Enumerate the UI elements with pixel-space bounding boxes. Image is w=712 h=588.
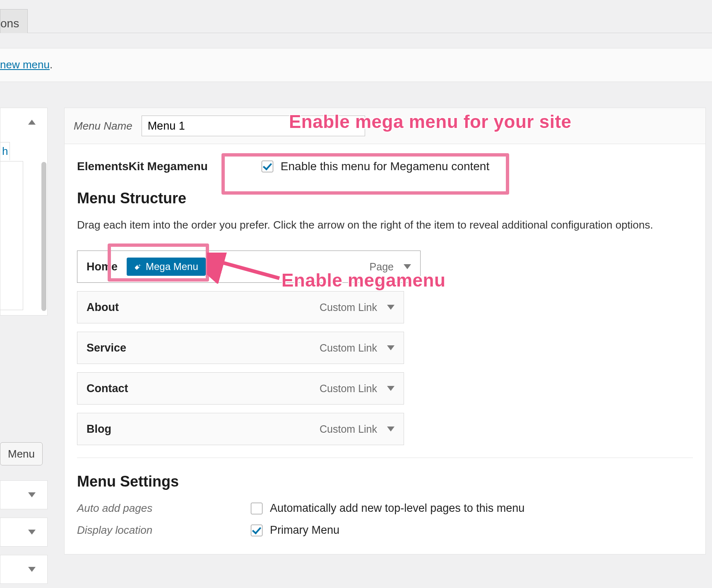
- menu-item-type: Custom Link: [320, 301, 377, 313]
- caret-down-icon: [28, 492, 36, 497]
- setting-display-location: Display location Primary Menu: [77, 524, 693, 537]
- mega-menu-button[interactable]: Mega Menu: [127, 258, 206, 276]
- divider: [77, 458, 693, 458]
- menu-item-type: Custom Link: [320, 342, 377, 354]
- menu-item-title: About: [87, 301, 119, 314]
- add-items-column: h Menu: [0, 108, 48, 316]
- menu-items-list: Home Mega Menu Page About Custom Li: [77, 251, 404, 445]
- setting-label: Auto add pages: [77, 502, 251, 515]
- accordion-item-3[interactable]: [0, 555, 48, 584]
- caret-down-icon: [28, 567, 36, 572]
- auto-add-checkbox[interactable]: [251, 503, 262, 514]
- menu-content-box: ElementsKit Megamenu Enable this menu fo…: [64, 144, 706, 554]
- caret-down-icon: [28, 530, 36, 535]
- notice-trailing: .: [50, 58, 53, 71]
- menu-item-contact[interactable]: Contact Custom Link: [77, 372, 404, 405]
- notice-text: new menu.: [0, 58, 53, 71]
- menu-item-service[interactable]: Service Custom Link: [77, 332, 404, 364]
- panel-head-expanded[interactable]: [0, 108, 47, 137]
- menu-item-home[interactable]: Home Mega Menu Page: [77, 251, 421, 283]
- expand-item-icon[interactable]: [387, 427, 394, 431]
- primary-menu-checkbox[interactable]: [251, 525, 262, 536]
- auto-add-text: Automatically add new top-level pages to…: [270, 502, 524, 515]
- menu-item-title: Blog: [87, 423, 111, 436]
- menu-name-bar: Menu Name: [64, 108, 706, 144]
- menu-item-type: Custom Link: [320, 423, 377, 435]
- auto-add-checkbox-wrap[interactable]: Automatically add new top-level pages to…: [251, 502, 524, 515]
- menu-settings-heading: Menu Settings: [77, 473, 693, 490]
- menu-structure-help: Drag each item into the order you prefer…: [77, 217, 693, 233]
- enable-megamenu-text: Enable this menu for Megamenu content: [281, 160, 489, 173]
- menu-name-input[interactable]: [142, 116, 365, 136]
- enable-megamenu-checkbox[interactable]: [262, 161, 273, 172]
- menu-item-blog[interactable]: Blog Custom Link: [77, 413, 404, 445]
- elementskit-row: ElementsKit Megamenu Enable this menu fo…: [77, 160, 693, 173]
- add-to-menu-label: Menu: [8, 448, 35, 460]
- tab-partial[interactable]: ons: [0, 9, 28, 33]
- menu-item-title: Home: [87, 260, 118, 273]
- accordion-item-1[interactable]: [0, 480, 48, 509]
- menu-name-label: Menu Name: [74, 120, 132, 133]
- items-listbox[interactable]: [0, 161, 23, 310]
- elementskit-label: ElementsKit Megamenu: [77, 160, 208, 173]
- caret-up-icon: [28, 120, 36, 125]
- primary-menu-text: Primary Menu: [270, 524, 339, 537]
- menu-item-title: Contact: [87, 382, 128, 395]
- add-to-menu-wrap: Menu: [0, 442, 48, 468]
- menu-item-type: Custom Link: [320, 383, 377, 395]
- expand-item-icon[interactable]: [404, 264, 411, 269]
- expand-item-icon[interactable]: [387, 345, 394, 350]
- scrollbar-thumb[interactable]: [41, 162, 46, 311]
- primary-menu-checkbox-wrap[interactable]: Primary Menu: [251, 524, 339, 537]
- panel-body: h: [0, 137, 47, 315]
- setting-label: Display location: [77, 524, 251, 537]
- add-to-menu-button[interactable]: Menu: [0, 442, 43, 465]
- menu-item-about[interactable]: About Custom Link: [77, 291, 404, 323]
- main-content: Menu Name ElementsKit Megamenu Enable th…: [64, 108, 706, 554]
- panel-subtab[interactable]: h: [0, 142, 10, 160]
- notice-bar: new menu.: [0, 48, 712, 82]
- menu-structure-heading: Menu Structure: [77, 190, 693, 207]
- expand-item-icon[interactable]: [387, 305, 394, 310]
- setting-auto-add: Auto add pages Automatically add new top…: [77, 502, 693, 515]
- accordion-item-2[interactable]: [0, 518, 48, 547]
- menu-item-type: Page: [370, 261, 394, 273]
- create-new-menu-link[interactable]: new menu: [0, 58, 50, 71]
- mega-menu-button-label: Mega Menu: [146, 261, 198, 272]
- wrench-icon: [134, 263, 142, 270]
- menu-item-title: Service: [87, 342, 126, 354]
- expand-item-icon[interactable]: [387, 386, 394, 391]
- tab-label: ons: [0, 17, 19, 30]
- add-items-panel: h: [0, 108, 48, 316]
- screen-tabs: ons: [0, 0, 712, 33]
- enable-megamenu-wrap[interactable]: Enable this menu for Megamenu content: [262, 160, 489, 173]
